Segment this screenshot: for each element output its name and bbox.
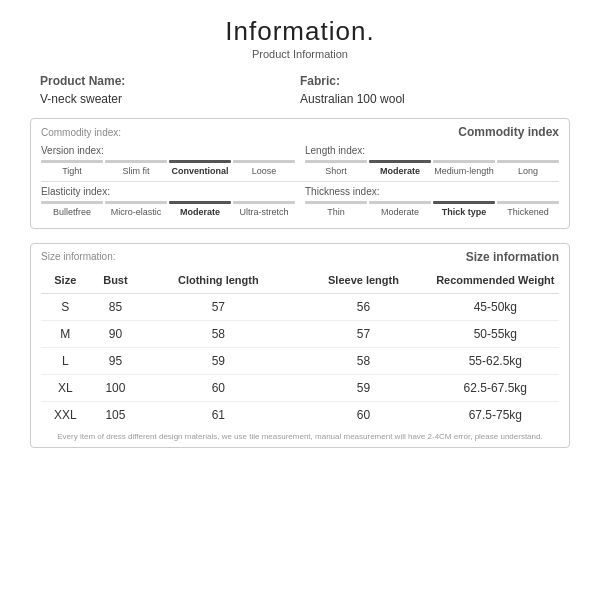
version-index-items: Tight Slim fit Conventional Loose: [41, 160, 295, 177]
table-row: L95595855-62.5kg: [41, 347, 559, 374]
fabric-label: Fabric:: [300, 74, 560, 88]
commodity-section: Commodity index: Commodity index Version…: [30, 118, 570, 229]
cell-clothing_length-3: 60: [141, 374, 295, 401]
col-size: Size: [41, 270, 90, 294]
cell-sleeve_length-4: 60: [295, 401, 431, 428]
elasticity-item-2: Moderate: [169, 201, 231, 218]
version-bar-1: [105, 160, 167, 163]
length-item-0: Short: [305, 160, 367, 177]
cell-bust-1: 90: [90, 320, 142, 347]
cell-bust-0: 85: [90, 293, 142, 320]
cell-sleeve_length-3: 59: [295, 374, 431, 401]
elasticity-index-items: Bulletfree Micro-elastic Moderate Ultra-…: [41, 201, 295, 218]
table-row: XL100605962.5-67.5kg: [41, 374, 559, 401]
cell-sleeve_length-2: 58: [295, 347, 431, 374]
cell-size-0: S: [41, 293, 90, 320]
thickness-bar-1: [369, 201, 431, 204]
thickness-index-col: Thickness index: Thin Moderate Thick typ…: [305, 186, 559, 218]
col-sleeve-length: Sleeve length: [295, 270, 431, 294]
length-index-col: Length index: Short Moderate Medium-leng…: [305, 145, 559, 177]
elasticity-item-3: Ultra-stretch: [233, 201, 295, 218]
thickness-index-label: Thickness index:: [305, 186, 559, 197]
product-name-col: Product Name: V-neck sweater: [40, 74, 300, 106]
cell-size-3: XL: [41, 374, 90, 401]
cell-clothing_length-2: 59: [141, 347, 295, 374]
col-clothing-length: Clothing length: [141, 270, 295, 294]
length-bar-3: [497, 160, 559, 163]
elasticity-index-label: Elasticity index:: [41, 186, 295, 197]
fabric-value: Australian 100 wool: [300, 92, 560, 106]
thickness-bar-2: [433, 201, 495, 204]
length-bar-0: [305, 160, 367, 163]
cell-clothing_length-1: 58: [141, 320, 295, 347]
size-footnote: Every item of dress different design mat…: [41, 432, 559, 441]
elasticity-bar-3: [233, 201, 295, 204]
version-bar-0: [41, 160, 103, 163]
version-item-0: Tight: [41, 160, 103, 177]
version-item-3: Loose: [233, 160, 295, 177]
commodity-header: Commodity index: Commodity index: [41, 125, 559, 139]
commodity-label-right: Commodity index: [458, 125, 559, 139]
product-name-value: V-neck sweater: [40, 92, 300, 106]
version-index-label: Version index:: [41, 145, 295, 156]
indexes-row-2: Elasticity index: Bulletfree Micro-elast…: [41, 186, 559, 218]
version-item-2: Conventional: [169, 160, 231, 177]
cell-weight-4: 67.5-75kg: [432, 401, 559, 428]
cell-weight-0: 45-50kg: [432, 293, 559, 320]
length-bar-1: [369, 160, 431, 163]
thickness-item-3: Thickened: [497, 201, 559, 218]
thickness-item-1: Moderate: [369, 201, 431, 218]
length-item-3: Long: [497, 160, 559, 177]
col-recommended-weight: Recommended Weight: [432, 270, 559, 294]
length-bar-2: [433, 160, 495, 163]
cell-clothing_length-0: 57: [141, 293, 295, 320]
cell-weight-1: 50-55kg: [432, 320, 559, 347]
cell-clothing_length-4: 61: [141, 401, 295, 428]
size-label-right: Size information: [466, 250, 559, 264]
length-index-items: Short Moderate Medium-length Long: [305, 160, 559, 177]
version-bar-2: [169, 160, 231, 163]
cell-sleeve_length-1: 57: [295, 320, 431, 347]
elasticity-bar-1: [105, 201, 167, 204]
page-container: Information. Product Information Product…: [0, 0, 600, 600]
cell-size-4: XXL: [41, 401, 90, 428]
cell-weight-2: 55-62.5kg: [432, 347, 559, 374]
main-title: Information.: [30, 16, 570, 47]
col-bust: Bust: [90, 270, 142, 294]
elasticity-bar-2: [169, 201, 231, 204]
product-name-label: Product Name:: [40, 74, 300, 88]
size-table: Size Bust Clothing length Sleeve length …: [41, 270, 559, 428]
cell-size-1: M: [41, 320, 90, 347]
commodity-label-left: Commodity index:: [41, 127, 121, 138]
size-section-header: Size information: Size information: [41, 250, 559, 264]
version-index-col: Version index: Tight Slim fit Convention…: [41, 145, 295, 177]
length-index-label: Length index:: [305, 145, 559, 156]
elasticity-item-0: Bulletfree: [41, 201, 103, 218]
version-bar-3: [233, 160, 295, 163]
product-info-section: Product Name: V-neck sweater Fabric: Aus…: [30, 70, 570, 110]
divider-1: [41, 181, 559, 182]
elasticity-bar-0: [41, 201, 103, 204]
length-item-2: Medium-length: [433, 160, 495, 177]
length-item-1: Moderate: [369, 160, 431, 177]
size-table-header-row: Size Bust Clothing length Sleeve length …: [41, 270, 559, 294]
size-section: Size information: Size information Size …: [30, 243, 570, 448]
sub-title: Product Information: [30, 48, 570, 60]
cell-bust-4: 105: [90, 401, 142, 428]
cell-bust-2: 95: [90, 347, 142, 374]
elasticity-item-1: Micro-elastic: [105, 201, 167, 218]
table-row: XXL105616067.5-75kg: [41, 401, 559, 428]
header-section: Information. Product Information: [30, 16, 570, 60]
elasticity-index-col: Elasticity index: Bulletfree Micro-elast…: [41, 186, 295, 218]
cell-bust-3: 100: [90, 374, 142, 401]
thickness-item-2: Thick type: [433, 201, 495, 218]
version-item-1: Slim fit: [105, 160, 167, 177]
fabric-col: Fabric: Australian 100 wool: [300, 74, 560, 106]
thickness-item-0: Thin: [305, 201, 367, 218]
thickness-bar-3: [497, 201, 559, 204]
table-row: S85575645-50kg: [41, 293, 559, 320]
table-row: M90585750-55kg: [41, 320, 559, 347]
thickness-index-items: Thin Moderate Thick type Thickened: [305, 201, 559, 218]
cell-size-2: L: [41, 347, 90, 374]
cell-sleeve_length-0: 56: [295, 293, 431, 320]
